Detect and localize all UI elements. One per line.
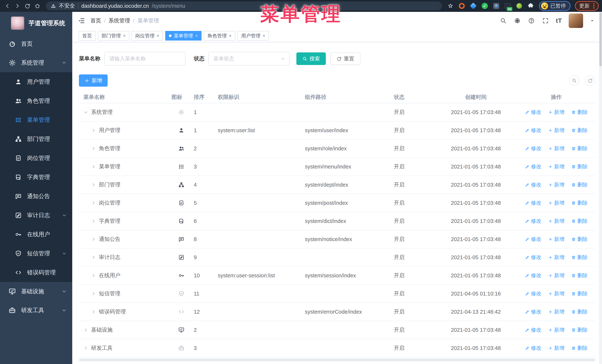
add-child-link[interactable]: 新增 [548,254,565,261]
tree-chevron-down-icon[interactable] [83,110,88,114]
extension-green-icon[interactable] [516,2,523,10]
row-name-cell[interactable]: 用户管理 [79,127,172,134]
edit-link[interactable]: 修改 [525,290,541,297]
add-child-link[interactable]: 新增 [548,109,565,116]
extension-gem-icon[interactable] [470,2,477,10]
add-button[interactable]: 新增 [79,74,108,87]
add-child-link[interactable]: 新增 [548,127,565,134]
row-name-cell[interactable]: 字典管理 [79,217,172,225]
add-child-link[interactable]: 新增 [548,145,565,152]
sidebar-item-通知公告[interactable]: 通知公告 [0,187,72,206]
tab-close-icon[interactable]: × [263,33,265,38]
tab-close-icon[interactable]: × [157,33,159,38]
breadcrumb-item-系统管理[interactable]: 系统管理 [108,17,130,24]
row-name-cell[interactable]: 错误码管理 [79,308,172,315]
browser-reload-icon[interactable] [23,2,32,10]
add-child-link[interactable]: 新增 [548,308,565,315]
tab-菜单管理[interactable]: 菜单管理× [165,31,202,41]
browser-home-icon[interactable] [33,2,42,10]
tab-close-icon[interactable]: × [195,33,198,38]
add-child-link[interactable]: 新增 [548,199,565,207]
delete-link[interactable]: 删除 [571,127,588,134]
sidebar-item-基础设施[interactable]: 基础设施 [0,282,72,301]
edit-link[interactable]: 修改 [525,308,541,315]
profile-paused-badge[interactable]: 已暂停 [539,1,570,11]
sidebar-item-岗位管理[interactable]: 岗位管理 [0,148,72,167]
tree-chevron-right-icon[interactable] [91,255,96,260]
browser-update-button[interactable]: 更新 [575,1,599,11]
tree-chevron-right-icon[interactable] [91,219,96,223]
row-name-cell[interactable]: 研发工具 [79,344,172,352]
delete-link[interactable]: 删除 [571,163,588,170]
tab-close-icon[interactable]: × [123,33,126,38]
tab-close-icon[interactable]: × [229,33,232,38]
add-child-link[interactable]: 新增 [548,326,565,333]
row-name-cell[interactable]: 角色管理 [79,145,172,152]
edit-link[interactable]: 修改 [525,127,541,134]
browser-scrollbar-thumb[interactable] [599,13,602,66]
address-bar[interactable]: 不安全 dashboard.yudao.iocoder.cn/system/me… [46,1,442,10]
github-icon[interactable] [514,17,521,24]
delete-link[interactable]: 删除 [571,199,588,207]
tab-用户管理[interactable]: 用户管理× [237,31,269,41]
delete-link[interactable]: 删除 [571,344,588,352]
edit-link[interactable]: 修改 [525,272,541,279]
edit-link[interactable]: 修改 [525,145,541,152]
toggle-search-button[interactable] [569,75,580,86]
edit-link[interactable]: 修改 [525,236,541,243]
menu-name-input[interactable] [105,52,186,65]
sidebar-item-菜单管理[interactable]: 菜单管理 [0,110,72,129]
row-name-cell[interactable]: 部门管理 [79,181,172,188]
row-name-cell[interactable]: 短信管理 [79,290,172,297]
extension-grid-icon[interactable] [493,2,500,10]
edit-link[interactable]: 修改 [525,344,541,352]
fullscreen-icon[interactable] [542,17,549,24]
tree-chevron-right-icon[interactable] [91,237,96,242]
tree-chevron-right-icon[interactable] [91,164,96,169]
delete-link[interactable]: 删除 [571,145,588,152]
edit-link[interactable]: 修改 [525,181,541,188]
kebab-menu-icon[interactable] [593,3,594,9]
row-name-cell[interactable]: 系统管理 [79,108,172,116]
row-name-cell[interactable]: 基础设施 [79,326,172,334]
delete-link[interactable]: 删除 [571,326,588,333]
browser-back-icon[interactable] [3,2,11,10]
font-size-icon[interactable]: tT [556,17,562,24]
extension-ublock-icon[interactable] [458,2,465,10]
status-select[interactable]: 菜单状态 [209,52,290,65]
delete-link[interactable]: 删除 [571,254,588,261]
delete-link[interactable]: 删除 [571,109,588,116]
add-child-link[interactable]: 新增 [548,236,565,243]
row-name-cell[interactable]: 在线用户 [79,272,172,279]
add-child-link[interactable]: 新增 [548,272,565,279]
row-name-cell[interactable]: 通知公告 [79,236,172,243]
edit-link[interactable]: 修改 [525,218,541,225]
add-child-link[interactable]: 新增 [548,163,565,170]
tab-岗位管理[interactable]: 岗位管理× [131,31,163,41]
add-child-link[interactable]: 新增 [548,181,565,188]
tree-chevron-right-icon[interactable] [91,273,96,278]
extension-check-icon[interactable]: ✓ [481,2,488,10]
sidebar-item-审计日志[interactable]: 审计日志 [0,206,72,225]
tree-chevron-right-icon[interactable] [91,291,96,296]
sidebar-item-短信管理[interactable]: 短信管理 [0,244,72,263]
row-name-cell[interactable]: 审计日志 [79,254,172,261]
sidebar-item-首页[interactable]: 首页 [0,34,72,53]
tree-chevron-right-icon[interactable] [91,146,96,151]
bookmark-star-icon[interactable] [446,2,455,10]
tab-角色管理[interactable]: 角色管理× [204,31,235,41]
edit-link[interactable]: 修改 [525,163,541,170]
browser-scrollbar[interactable] [599,12,602,364]
avatar-caret-icon[interactable] [590,18,595,23]
refresh-table-button[interactable] [585,75,595,86]
tree-chevron-right-icon[interactable] [83,328,88,332]
extensions-puzzle-icon[interactable] [527,2,534,10]
breadcrumb-item-首页[interactable]: 首页 [90,17,101,24]
tree-chevron-right-icon[interactable] [91,128,96,133]
add-child-link[interactable]: 新增 [548,344,565,352]
row-name-cell[interactable]: 菜单管理 [79,163,172,170]
delete-link[interactable]: 删除 [571,218,588,225]
user-avatar[interactable] [569,13,583,28]
delete-link[interactable]: 删除 [571,308,588,315]
sidebar-item-字典管理[interactable]: 字典管理 [0,167,72,187]
